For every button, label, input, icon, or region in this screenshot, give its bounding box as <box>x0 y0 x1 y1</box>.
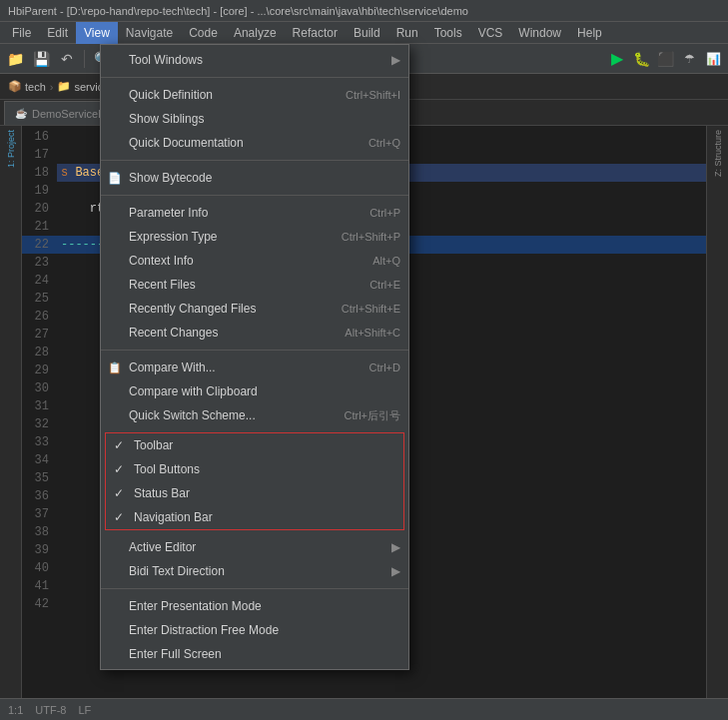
menu-navigation-bar-label: Navigation Bar <box>134 510 213 524</box>
nav-tech-label: tech <box>25 81 46 93</box>
menu-refactor[interactable]: Refactor <box>285 22 346 44</box>
bidi-text-arrow: ▶ <box>391 564 400 578</box>
menu-param-info-label: Parameter Info <box>129 206 208 220</box>
menu-compare-with-shortcut: Ctrl+D <box>369 361 400 373</box>
menu-quick-switch-shortcut: Ctrl+后引号 <box>344 408 400 423</box>
menu-view[interactable]: View <box>76 22 118 44</box>
menu-section-1: Tool Windows ▶ <box>101 45 408 75</box>
menu-section-compare: 📋 Compare With... Ctrl+D Compare with Cl… <box>101 353 408 430</box>
menu-expr-type[interactable]: Expression Type Ctrl+Shift+P <box>101 225 408 249</box>
status-line-sep: LF <box>78 704 91 716</box>
menu-navigate[interactable]: Navigate <box>118 22 181 44</box>
toolbar-sep1 <box>84 50 85 68</box>
menu-compare-with[interactable]: 📋 Compare With... Ctrl+D <box>101 356 408 379</box>
menu-tool-windows-label: Tool Windows <box>129 53 203 67</box>
menu-active-editor[interactable]: Active Editor ▶ <box>101 535 408 559</box>
sep-4 <box>101 350 408 351</box>
menu-expr-type-label: Expression Type <box>129 230 218 244</box>
tool-buttons-check: ✓ <box>114 462 124 476</box>
status-bar-check: ✓ <box>114 486 124 500</box>
menu-section-2: Quick Definition Ctrl+Shift+I Show Sibli… <box>101 80 408 158</box>
menu-quick-doc-label: Quick Documentation <box>129 136 244 150</box>
tool-windows-arrow: ▶ <box>391 53 400 67</box>
menu-run[interactable]: Run <box>388 22 426 44</box>
menu-quick-definition[interactable]: Quick Definition Ctrl+Shift+I <box>101 83 408 107</box>
menu-compare-clipboard[interactable]: Compare with Clipboard <box>101 379 408 403</box>
debug-button[interactable]: 🐛 <box>630 48 652 70</box>
sep-1 <box>101 77 408 78</box>
stop-button[interactable]: ⬛ <box>654 48 676 70</box>
toolbar-check: ✓ <box>114 438 124 452</box>
sep-2 <box>101 160 408 161</box>
nav-bar-check: ✓ <box>114 510 124 524</box>
menu-full-screen[interactable]: Enter Full Screen <box>101 642 408 666</box>
profile-button[interactable]: 📊 <box>702 48 724 70</box>
menu-tool-buttons[interactable]: ✓ Tool Buttons <box>106 457 403 481</box>
menu-recent-changes-label: Recent Changes <box>129 326 218 340</box>
menu-bidi-text[interactable]: Bidi Text Direction ▶ <box>101 559 408 583</box>
status-bar: 1:1 UTF-8 LF <box>0 698 728 720</box>
menu-status-bar[interactable]: ✓ Status Bar <box>106 481 403 505</box>
menu-analyze[interactable]: Analyze <box>226 22 285 44</box>
menu-quick-doc-shortcut: Ctrl+Q <box>368 137 400 149</box>
project-tab[interactable]: 1: Project <box>6 130 16 168</box>
bytecode-icon: 📄 <box>107 170 123 186</box>
sep-5 <box>101 588 408 589</box>
menu-distraction-free[interactable]: Enter Distraction Free Mode <box>101 618 408 642</box>
status-encoding: UTF-8 <box>35 704 66 716</box>
run-button[interactable]: ▶ <box>606 48 628 70</box>
menu-help[interactable]: Help <box>569 22 610 44</box>
menu-file[interactable]: File <box>4 22 39 44</box>
menu-recently-changed[interactable]: Recently Changed Files Ctrl+Shift+E <box>101 297 408 321</box>
menu-recent-changes[interactable]: Recent Changes Alt+Shift+C <box>101 321 408 345</box>
menu-show-siblings-label: Show Siblings <box>129 112 204 126</box>
title-text: HbiParent - [D:\repo-hand\repo-tech\tech… <box>8 5 468 17</box>
menu-code[interactable]: Code <box>181 22 226 44</box>
nav-tech-icon: 📦 <box>8 80 22 93</box>
sep-3 <box>101 195 408 196</box>
toolbar-undo[interactable]: ↶ <box>56 48 78 70</box>
toolbar-open[interactable]: 📁 <box>4 48 26 70</box>
menu-build[interactable]: Build <box>346 22 388 44</box>
nav-sep1: › <box>50 81 54 93</box>
menu-param-info[interactable]: Parameter Info Ctrl+P <box>101 201 408 225</box>
menu-edit[interactable]: Edit <box>39 22 76 44</box>
menu-tools[interactable]: Tools <box>426 22 470 44</box>
run-controls: ▶ 🐛 ⬛ ☂ 📊 <box>606 48 724 70</box>
left-sidebar: 1: Project <box>0 126 22 698</box>
menu-recent-files[interactable]: Recent Files Ctrl+E <box>101 273 408 297</box>
coverage-button[interactable]: ☂ <box>678 48 700 70</box>
menu-section-modes: Enter Presentation Mode Enter Distractio… <box>101 591 408 669</box>
menu-tool-windows[interactable]: Tool Windows ▶ <box>101 48 408 72</box>
menu-window[interactable]: Window <box>510 22 569 44</box>
menu-show-siblings[interactable]: Show Siblings <box>101 107 408 131</box>
menu-quick-def-label: Quick Definition <box>129 88 213 102</box>
menu-show-bytecode[interactable]: 📄 Show Bytecode <box>101 166 408 190</box>
compare-icon: 📋 <box>107 360 123 375</box>
menu-toolbar[interactable]: ✓ Toolbar <box>106 433 403 457</box>
menu-vcs[interactable]: VCS <box>470 22 511 44</box>
menu-quick-def-shortcut: Ctrl+Shift+I <box>346 89 400 101</box>
checked-items-section: ✓ Toolbar ✓ Tool Buttons ✓ Status Bar ✓ … <box>105 432 404 530</box>
menu-tool-buttons-label: Tool Buttons <box>134 462 200 476</box>
menu-distraction-free-label: Enter Distraction Free Mode <box>129 623 279 637</box>
menu-context-info[interactable]: Context Info Alt+Q <box>101 249 408 273</box>
menu-recent-files-label: Recent Files <box>129 278 196 292</box>
menu-recently-changed-label: Recently Changed Files <box>129 302 256 316</box>
menu-expr-type-shortcut: Ctrl+Shift+P <box>342 231 400 243</box>
menu-quick-switch[interactable]: Quick Switch Scheme... Ctrl+后引号 <box>101 403 408 427</box>
menu-context-info-label: Context Info <box>129 254 194 268</box>
toolbar-save[interactable]: 💾 <box>30 48 52 70</box>
structure-tab[interactable]: Z: Structure <box>713 130 723 177</box>
nav-tech[interactable]: 📦 tech <box>8 80 46 93</box>
status-cursor-pos: 1:1 <box>8 704 23 716</box>
menu-presentation-mode[interactable]: Enter Presentation Mode <box>101 594 408 618</box>
nav-service-icon: 📁 <box>57 80 71 93</box>
menu-status-bar-label: Status Bar <box>134 486 190 500</box>
menu-param-info-shortcut: Ctrl+P <box>369 207 400 219</box>
menu-context-info-shortcut: Alt+Q <box>372 255 400 267</box>
menu-navigation-bar[interactable]: ✓ Navigation Bar <box>106 505 403 529</box>
menu-recently-changed-shortcut: Ctrl+Shift+E <box>342 303 400 315</box>
menu-quick-doc[interactable]: Quick Documentation Ctrl+Q <box>101 131 408 155</box>
active-editor-arrow: ▶ <box>391 540 400 554</box>
